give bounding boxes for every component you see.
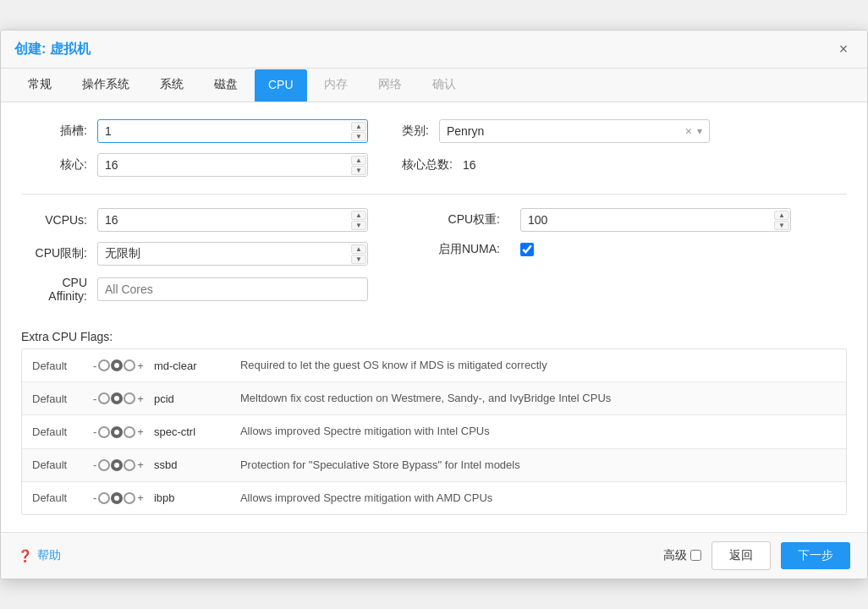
cpu-weight-up-arrow[interactable]: ▲: [774, 211, 789, 220]
sockets-down-arrow[interactable]: ▼: [351, 132, 366, 141]
affinity-input[interactable]: [97, 277, 368, 301]
two-col-middle: VCPUs: ▲ ▼ CPU限制:: [21, 208, 847, 313]
dialog-footer: ❓ 帮助 高级 返回 下一步: [1, 532, 867, 579]
vcpus-up-arrow[interactable]: ▲: [351, 211, 366, 220]
cpu-limit-input[interactable]: [97, 242, 368, 266]
radio-circles: [98, 426, 135, 438]
cores-input[interactable]: [97, 153, 368, 177]
cpu-weight-arrows: ▲ ▼: [774, 208, 789, 232]
vcpus-input[interactable]: [97, 208, 368, 232]
flag-row: Default - + ibpb Allows improved Spectre…: [22, 482, 846, 514]
flag-radio-group[interactable]: - +: [93, 491, 144, 504]
vcpus-label: VCPUs:: [21, 213, 97, 227]
cpu-weight-input[interactable]: [520, 208, 791, 232]
next-button[interactable]: 下一步: [781, 542, 850, 569]
cpu-limit-up-arrow[interactable]: ▲: [351, 244, 366, 254]
cpu-limit-spinner: ▲ ▼: [97, 242, 368, 266]
flag-desc: Allows improved Spectre mitigation with …: [240, 491, 836, 506]
numa-label: 启用NUMA:: [434, 242, 510, 257]
total-cores-label: 核心总数:: [402, 157, 453, 173]
affinity-label: CPU Affinity:: [21, 276, 97, 303]
footer-right: 高级 返回 下一步: [663, 541, 850, 570]
radio-circle-off: [98, 426, 110, 438]
dialog-content: 插槽: ▲ ▼ 类别: Penryn × ▾: [1, 102, 867, 532]
flag-row: Default - + spec-ctrl Allows improved Sp…: [22, 415, 846, 448]
flag-row: Default - + ssbd Protection for "Specula…: [22, 449, 846, 482]
tab-bar: 常规 操作系统 系统 磁盘 CPU 内存 网络 确认: [1, 69, 867, 102]
sockets-input[interactable]: [97, 119, 368, 143]
flag-name: md-clear: [154, 359, 230, 372]
flag-default: Default: [32, 458, 83, 471]
flag-name: spec-ctrl: [154, 425, 230, 438]
radio-circle-off: [98, 492, 110, 504]
flag-row: Default - + pcid Meltdown fix cost reduc…: [22, 382, 846, 415]
cpu-weight-down-arrow[interactable]: ▼: [774, 221, 789, 230]
radio-circles: [98, 492, 135, 504]
flag-default: Default: [32, 392, 83, 405]
radio-plus-icon: +: [137, 359, 144, 372]
cores-row: 核心: ▲ ▼ 核心总数: 16: [21, 153, 847, 177]
cpu-limit-row: CPU限制: ▲ ▼: [21, 242, 434, 266]
category-clear-icon[interactable]: ×: [685, 124, 692, 138]
tab-os[interactable]: 操作系统: [69, 69, 143, 102]
flag-radio-group[interactable]: - +: [93, 392, 144, 405]
flag-radio-group[interactable]: - +: [93, 425, 144, 438]
tab-confirm[interactable]: 确认: [419, 69, 470, 102]
divider-1: [21, 194, 847, 195]
radio-circle-on: [124, 392, 135, 404]
radio-plus-icon: +: [137, 491, 144, 504]
back-button[interactable]: 返回: [711, 541, 771, 570]
tab-general[interactable]: 常规: [14, 69, 65, 102]
flags-table-inner[interactable]: Default - + md-clear Required to let the…: [22, 349, 846, 514]
radio-minus-icon: -: [93, 359, 96, 372]
vcpus-down-arrow[interactable]: ▼: [351, 221, 366, 230]
advanced-wrap: 高级: [663, 548, 701, 563]
total-cores-right: 核心总数: 16: [402, 157, 475, 173]
cores-down-arrow[interactable]: ▼: [351, 166, 366, 175]
cpu-weight-spinner: ▲ ▼: [520, 208, 791, 232]
tab-cpu[interactable]: CPU: [255, 69, 307, 102]
sockets-arrows: ▲ ▼: [351, 119, 366, 143]
flag-row: Default - + md-clear Required to let the…: [22, 349, 846, 382]
cores-arrows: ▲ ▼: [351, 153, 366, 177]
radio-plus-icon: +: [137, 392, 144, 405]
radio-circle-on: [124, 359, 135, 371]
total-cores-value: 16: [463, 158, 476, 172]
radio-minus-icon: -: [93, 458, 96, 471]
advanced-checkbox[interactable]: [690, 550, 701, 561]
category-select[interactable]: Penryn × ▾: [439, 119, 710, 143]
help-icon: ❓: [18, 549, 32, 562]
flag-desc: Required to let the guest OS know if MDS…: [240, 358, 836, 373]
tab-network[interactable]: 网络: [365, 69, 415, 102]
category-arrow-icon[interactable]: ▾: [697, 125, 702, 137]
flag-radio-group[interactable]: - +: [93, 458, 144, 471]
radio-circle-off: [98, 359, 110, 371]
numa-checkbox[interactable]: [520, 243, 534, 256]
radio-minus-icon: -: [93, 425, 96, 438]
tab-memory[interactable]: 内存: [310, 69, 361, 102]
radio-minus-icon: -: [93, 491, 96, 504]
middle-section: VCPUs: ▲ ▼ CPU限制:: [21, 208, 847, 313]
col-right: CPU权重: ▲ ▼ 启用NUMA:: [434, 208, 847, 313]
cpu-limit-label: CPU限制:: [21, 246, 97, 261]
sockets-up-arrow[interactable]: ▲: [351, 122, 366, 131]
cpu-weight-row: CPU权重: ▲ ▼: [434, 208, 847, 232]
flag-name: ibpb: [154, 491, 230, 504]
tab-disk[interactable]: 磁盘: [201, 69, 251, 102]
tab-system[interactable]: 系统: [146, 69, 197, 102]
cpu-weight-label: CPU权重:: [434, 212, 510, 228]
numa-checkbox-wrap: [520, 243, 534, 256]
col-left: VCPUs: ▲ ▼ CPU限制:: [21, 208, 434, 313]
cores-up-arrow[interactable]: ▲: [351, 156, 366, 165]
category-label: 类别:: [402, 123, 429, 139]
cores-spinner: ▲ ▼: [97, 153, 368, 177]
close-button[interactable]: ×: [833, 39, 854, 59]
numa-row: 启用NUMA:: [434, 242, 847, 257]
radio-circle-default: [111, 459, 123, 471]
cpu-limit-down-arrow[interactable]: ▼: [351, 255, 366, 264]
help-button[interactable]: ❓ 帮助: [18, 548, 61, 563]
flag-radio-group[interactable]: - +: [93, 359, 144, 372]
radio-circle-off: [98, 392, 110, 404]
dialog-header: 创建: 虚拟机 ×: [1, 30, 867, 69]
radio-plus-icon: +: [137, 458, 144, 471]
